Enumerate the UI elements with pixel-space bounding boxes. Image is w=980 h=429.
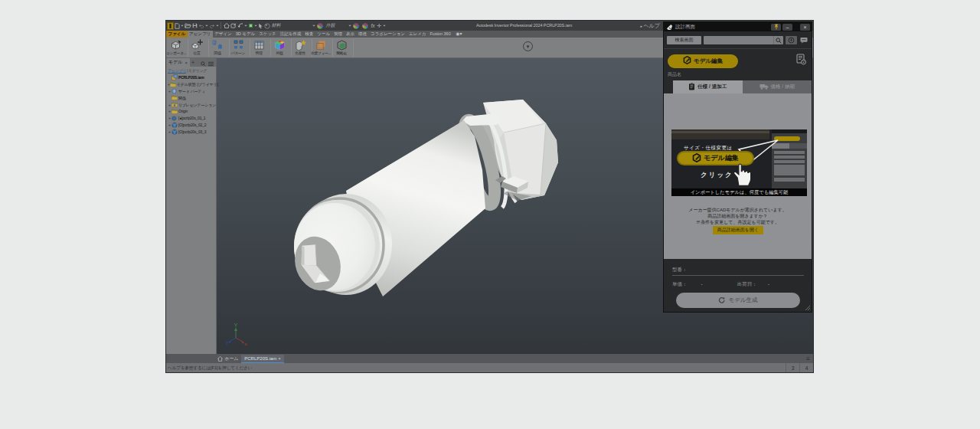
close-icon[interactable]: ×	[278, 356, 281, 361]
tree-item[interactable]: +[O]pcrlp20s_02_2	[166, 122, 216, 129]
tab-spec[interactable]: 仕様 / 追加工	[673, 80, 743, 93]
new-file-icon[interactable]	[174, 21, 180, 31]
search-icon[interactable]	[201, 56, 206, 70]
ribbon-button-position[interactable]: 位置	[185, 39, 208, 57]
ribbon-button-manage[interactable]: 管理	[247, 39, 270, 57]
ribbon-button-relations[interactable]: 関係	[206, 39, 229, 57]
tree-item[interactable]: +リプレゼンテーション	[166, 101, 216, 108]
ribbon-button-workfeature[interactable]: 作業フィー...	[309, 39, 332, 57]
browser-tab-model[interactable]: モデル×	[166, 58, 190, 67]
position-icon	[185, 39, 208, 51]
appearance-replace-icon[interactable]	[361, 21, 370, 31]
pin-button[interactable]	[771, 24, 781, 31]
model-tree: PCRLP20S.iam+モデル状態: [プライマリ]+サード パーティ関係+リ…	[166, 74, 216, 135]
ribbon-tab-file[interactable]: ファイル	[166, 31, 188, 38]
tree-item[interactable]: +[●]pcrlp20s_01_1	[166, 115, 216, 122]
home-icon[interactable]	[223, 21, 230, 31]
dropdown-icon[interactable]	[215, 21, 219, 31]
return-icon[interactable]	[237, 21, 243, 31]
ribbon-tab-8[interactable]: 管理	[332, 31, 345, 38]
modeling-link[interactable]: モデリング	[188, 68, 207, 73]
home-tab[interactable]: ホーム	[214, 355, 241, 363]
ribbon-button-pattern[interactable]: パターン	[227, 39, 250, 57]
assembly-link[interactable]: アセンブリ	[168, 68, 186, 73]
part-icon	[172, 122, 178, 127]
browser-add-tab[interactable]: +	[190, 60, 196, 65]
divider	[664, 48, 812, 49]
ribbon-tab-7[interactable]: ツール	[315, 31, 332, 38]
search-icon[interactable]	[773, 36, 783, 44]
ribbon-expand-button[interactable]: ▼	[523, 41, 533, 51]
ribbon-button-simplify[interactable]: 簡略化	[330, 39, 353, 57]
material-combo[interactable]: 材料	[270, 21, 282, 31]
search-screen-button[interactable]: 検索画面	[667, 36, 701, 44]
appearance-wheel-icon[interactable]	[315, 21, 325, 31]
ribbon-tab-1[interactable]: アセンブリ	[188, 31, 213, 38]
feedback-button[interactable]	[799, 36, 808, 44]
ribbon-tab-6[interactable]: 検査	[303, 31, 315, 38]
tree-item[interactable]: +[O]pcrlp20s_03_3	[166, 128, 216, 135]
tab-list-icon[interactable]: ≡	[806, 355, 810, 363]
status-cells: 34	[786, 363, 813, 372]
browser-header-icons	[201, 56, 216, 70]
minimize-button[interactable]: –	[782, 24, 792, 31]
menu-icon[interactable]	[208, 56, 214, 70]
sketch-icon[interactable]	[230, 21, 237, 31]
select-icon[interactable]	[257, 21, 263, 31]
status-text: ヘルプを参照するには[F1]を押してください	[166, 365, 252, 371]
tree-item[interactable]: +サード パーティ	[166, 88, 216, 95]
appearance-icon	[268, 39, 291, 51]
tree-item[interactable]: PCRLP20S.iam	[166, 74, 216, 81]
ribbon-tab-3[interactable]: 3D モデル	[234, 31, 256, 38]
close-icon[interactable]: ×	[185, 61, 188, 65]
inventor-logo-icon[interactable]	[166, 21, 174, 31]
update-icon[interactable]	[247, 21, 253, 31]
tree-item[interactable]: 関係	[166, 94, 216, 101]
ribbon-tab-13[interactable]: Fusion 360	[428, 31, 452, 38]
productivity-icon	[289, 39, 312, 51]
dropdown-icon[interactable]	[383, 21, 386, 31]
hexagon-edit-icon	[683, 56, 691, 66]
appearance-override-icon[interactable]	[351, 21, 361, 31]
open-detail-button[interactable]: 商品詳細画面を開く	[713, 226, 763, 234]
home-icon	[217, 356, 223, 362]
document-tab-active[interactable]: PCRLP20S.iam ×	[241, 355, 284, 363]
folder-icon	[172, 109, 178, 114]
generate-model-button[interactable]: モデル生成	[676, 293, 800, 308]
ribbon-tab-2[interactable]: デザイン	[213, 31, 234, 38]
ribbon-tab-5[interactable]: 注記を作成	[278, 31, 303, 38]
chevron-down-icon: ▼	[526, 44, 531, 49]
history-button[interactable]	[786, 36, 797, 44]
tree-item[interactable]: +Origin	[166, 108, 216, 115]
measure-button[interactable]: ✛	[376, 21, 383, 31]
model-edit-button[interactable]: モデル編集	[668, 54, 738, 68]
quotation-doc-icon[interactable]: ¥	[795, 54, 806, 68]
ribbon-tab-4[interactable]: スケッチ	[257, 31, 279, 38]
folderview-icon	[172, 102, 178, 107]
appearance-combo[interactable]: 外観	[325, 21, 336, 31]
save-icon[interactable]	[191, 21, 198, 31]
ribbon-tab-9[interactable]: 表示	[345, 31, 357, 38]
open-icon[interactable]	[184, 21, 191, 31]
material-ball-icon[interactable]	[263, 21, 270, 31]
undo-icon[interactable]	[198, 21, 204, 31]
panel-tabs: 仕様 / 追加工 価格 / 納期	[664, 80, 812, 93]
part-icon	[172, 129, 178, 134]
search-input[interactable]	[704, 36, 783, 44]
redo-icon[interactable]	[208, 21, 215, 31]
promo-image[interactable]: サイズ・仕様変更は モデル編集 クリック インポートしたモデルは、何度でも編集可…	[671, 129, 807, 196]
help-label[interactable]: ▸ ヘルプ	[641, 21, 660, 31]
ribbon-tab-11[interactable]: コラボレーション	[369, 31, 407, 38]
ribbon-tab-12[interactable]: エレメカ	[407, 31, 428, 38]
resize-grip[interactable]	[805, 305, 811, 311]
ribbon-button-productivity[interactable]: 生産性	[289, 39, 312, 57]
ribbon-tab-10[interactable]: 環境	[357, 31, 369, 38]
panel-bottom: 型番： 単価： - 出荷日： - モデル生成	[664, 259, 812, 312]
tree-item[interactable]: +モデル状態: [プライマリ]	[166, 81, 216, 88]
tab-overflow-icon[interactable]: ◉▾	[452, 31, 465, 38]
tab-price[interactable]: 価格 / 納期	[743, 80, 812, 93]
parameters-fx-button[interactable]: fx	[370, 21, 376, 31]
ribbon-button-component[interactable]: コンポーネ...	[165, 39, 188, 57]
close-button[interactable]: ×	[800, 24, 810, 31]
ribbon-button-appearance[interactable]: 外観	[268, 39, 291, 57]
